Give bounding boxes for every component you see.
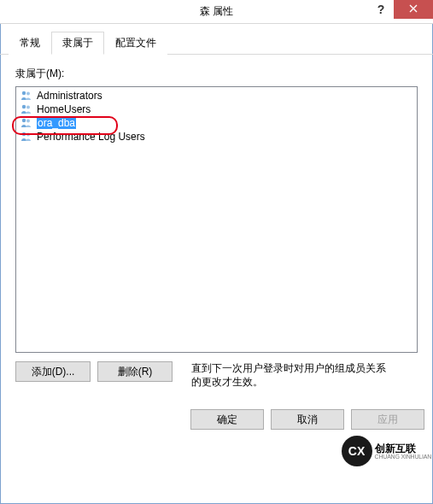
help-icon: ?	[377, 3, 385, 16]
dialog-buttons: 确定 取消 应用	[0, 401, 433, 438]
list-item-text: ora_dba	[37, 117, 76, 129]
help-button[interactable]: ?	[368, 0, 394, 19]
watermark-cn: 创新互联	[375, 443, 431, 454]
apply-button[interactable]: 应用	[351, 409, 424, 430]
hint-text: 直到下一次用户登录时对用户的组成员关系的更改才生效。	[191, 361, 388, 389]
member-of-label: 隶属于(M):	[15, 67, 418, 81]
group-icon	[20, 116, 33, 130]
svg-point-5	[26, 120, 30, 123]
list-item[interactable]: ora_dba	[18, 116, 415, 130]
list-item[interactable]: Performance Log Users	[18, 130, 415, 144]
list-actions: 添加(D)... 删除(R) 直到下一次用户登录时对用户的组成员关系的更改才生效…	[15, 361, 418, 389]
window-controls: ?	[368, 0, 433, 19]
watermark: CX 创新互联 CHUANG XINHULIAN	[342, 436, 431, 466]
close-icon	[409, 3, 418, 15]
tab-member-of[interactable]: 隶属于	[51, 32, 104, 55]
tabstrip: 常规 隶属于 配置文件	[0, 24, 433, 55]
svg-point-0	[22, 91, 26, 95]
watermark-text: 创新互联 CHUANG XINHULIAN	[375, 443, 431, 460]
svg-point-3	[26, 106, 30, 109]
remove-button[interactable]: 删除(R)	[97, 361, 173, 382]
svg-point-4	[22, 119, 26, 122]
list-item-text: Administrators	[37, 90, 102, 102]
list-item[interactable]: HomeUsers	[18, 103, 415, 116]
list-item-text: HomeUsers	[37, 103, 91, 115]
close-button[interactable]	[394, 0, 433, 19]
tab-general[interactable]: 常规	[9, 32, 51, 55]
group-icon	[20, 89, 33, 103]
list-item-text: Performance Log Users	[37, 131, 145, 143]
tab-profile[interactable]: 配置文件	[104, 32, 167, 55]
group-icon	[20, 103, 33, 116]
add-button[interactable]: 添加(D)...	[15, 361, 91, 382]
titlebar: 森 属性 ?	[0, 0, 433, 24]
groups-listbox[interactable]: Administrators HomeUsers ora_dba	[15, 86, 418, 353]
list-item[interactable]: Administrators	[18, 89, 415, 103]
svg-point-6	[22, 132, 26, 136]
cancel-button[interactable]: 取消	[271, 409, 344, 430]
watermark-logo: CX	[342, 436, 372, 466]
group-icon	[20, 130, 33, 144]
window-title: 森 属性	[200, 4, 233, 19]
member-of-panel: 隶属于(M): Administrators HomeUsers	[0, 55, 433, 401]
svg-point-7	[26, 133, 30, 137]
ok-button[interactable]: 确定	[190, 409, 264, 430]
svg-point-2	[22, 105, 26, 108]
watermark-en: CHUANG XINHULIAN	[375, 454, 431, 460]
svg-point-1	[26, 92, 30, 96]
